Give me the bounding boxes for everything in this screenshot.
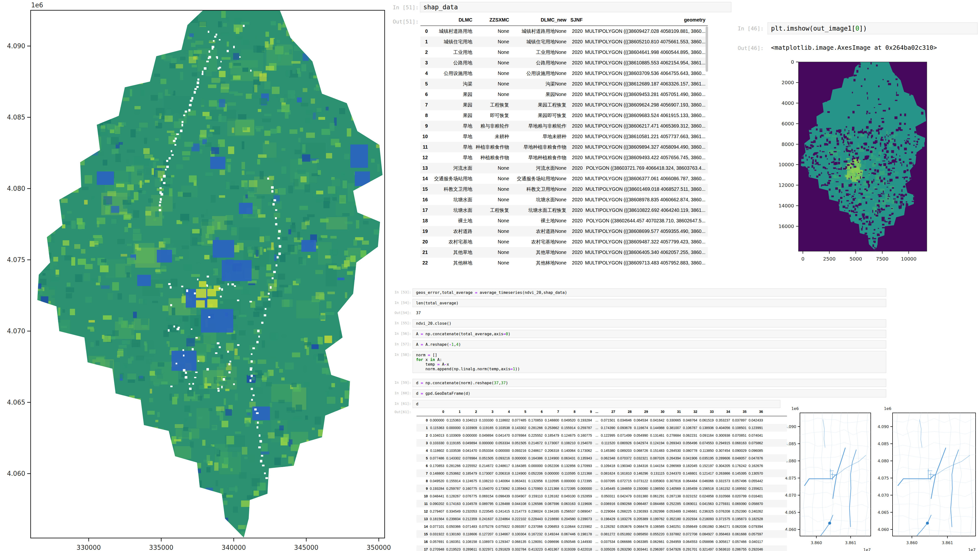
column-header: 32 [682, 408, 699, 416]
row-index: 0 [417, 416, 429, 424]
code-cell-imshow[interactable]: plt.imshow(out_image1[0]) [768, 22, 978, 34]
spacer [764, 462, 787, 470]
table-cell: 0.155621 [748, 484, 764, 492]
table-cell: 0.058870 [748, 500, 764, 507]
code-cell-input[interactable]: geos_error,total_average = average_times… [412, 289, 886, 297]
table-cell: 0.036916 [600, 500, 617, 507]
table-cell: ... [593, 500, 600, 507]
code-text[interactable]: norm = []for x in A: temp = A-x norm.app… [413, 351, 886, 371]
table-cell: 0.169592 [732, 484, 748, 492]
table-cell: 0.124675 [462, 477, 479, 484]
table-cell: MULTIPOLYGON (((38609713.483 4057952.883… [585, 257, 708, 268]
code-text[interactable]: geos_error,total_average = average_times… [413, 289, 886, 295]
table-row: 1城镇住宅用地None城镇住宅用地None2020MULTIPOLYGON ((… [420, 37, 708, 47]
table-cell: 0.080778 [682, 447, 699, 454]
table-cell: 0.182528 [748, 515, 764, 522]
table-cell: 0.062661 [649, 538, 666, 545]
table-cell: None [475, 226, 512, 237]
table-cell: 0.132856 [528, 477, 544, 484]
row-index: 9 [417, 484, 429, 492]
table-cell: 0.148800 [429, 470, 445, 477]
code-text[interactable]: ndvi_20.close() [413, 319, 886, 326]
table-cell: 0.206853 [544, 522, 560, 530]
code-text[interactable]: plt.imshow(out_image1[0]) [768, 23, 977, 34]
table-cell: 0.123991 [748, 424, 764, 432]
table-cell: 0.289611 [462, 545, 479, 551]
table-cell: 交通服务场站用地 [430, 173, 475, 184]
table-cell: 0.182045 [682, 462, 699, 470]
table-cell: 0.322971 [479, 545, 495, 551]
table-cell: MULTIPOLYGON (((38608699.577 4059355.490… [585, 226, 708, 237]
spacer [764, 439, 787, 447]
table-cell: 0.205389 [633, 515, 649, 522]
code-cell-input[interactable]: norm = []for x in A: temp = A-x norm.app… [412, 351, 886, 373]
table-cell: 0.089047 [577, 507, 593, 515]
table-cell: 农村道路None [512, 226, 569, 237]
table-cell: 0.110644 [560, 522, 577, 530]
table-cell: 0.286755 [732, 545, 748, 551]
table-cell: 0.296397 [649, 545, 666, 551]
table-cell: 0.229084 [600, 507, 617, 515]
code-cell-input[interactable]: d = np.concatenate(norm).reshape(37,37) [412, 379, 886, 387]
code-text[interactable]: d = np.concatenate(norm).reshape(37,37) [413, 379, 886, 385]
table-cell: 0.239834 [445, 515, 462, 522]
table-row: 140.0771010.0503660.0714830.0752780.0759… [417, 522, 787, 530]
table-cell: 0.057597 [748, 530, 764, 538]
table-cell: 0.064484 [682, 477, 699, 484]
code-cell-input[interactable]: A = np.concatenate(total_average,axis=0) [412, 330, 886, 338]
code-cell-shap-data[interactable]: shap_data [420, 2, 731, 12]
table-cell: ... [593, 416, 600, 424]
table-cell: 0.020799 [732, 492, 748, 500]
column-header: 34 [715, 408, 732, 416]
table-row: 70.1488000.2536620.1854790.1730070.20631… [417, 470, 787, 477]
code-text[interactable]: len(total_average) [413, 299, 886, 305]
table-cell: 2020 [569, 173, 585, 184]
row-index: 20 [420, 237, 430, 247]
table-cell: 0.563610 [715, 545, 732, 551]
table-cell: 0.000000 [479, 439, 495, 447]
shap-data-table: DLMCZZSXMCDLMC_newSJNFgeometry 0城镇村道路用地N… [420, 14, 708, 268]
table-cell: 0.073122 [633, 477, 649, 484]
table-scrollbar[interactable] [706, 27, 708, 72]
table-cell: 2020 [569, 37, 585, 47]
table-cell: 0.148801 [682, 470, 699, 477]
table-cell: 0.035903 [649, 477, 666, 484]
table-cell: 0.131461 [649, 432, 666, 439]
table-cell: 0.174390 [600, 424, 617, 432]
code-cell-input[interactable]: ndvi_20.close() [412, 319, 886, 327]
code-cell-input[interactable]: len(total_average) [412, 299, 886, 307]
table-cell: 坑塘水面 [430, 205, 475, 216]
spacer [764, 507, 787, 515]
table-cell: 0.340251 [666, 522, 682, 530]
code-text[interactable]: shap_data [420, 2, 731, 12]
code-cell-input[interactable]: d = gpd.GeoDataFrame(d) [412, 389, 886, 397]
row-index: 4 [417, 447, 429, 454]
table-cell: 0.055442 [748, 477, 764, 484]
table-cell: 0.259787 [445, 484, 462, 492]
code-text[interactable]: A = A.reshape(-1,4) [413, 341, 886, 347]
table-cell: 0.068478 [633, 522, 649, 530]
code-text[interactable]: d [413, 400, 780, 406]
cell-prompt: In [55]: [365, 321, 411, 325]
table-cell: 0.042433 [748, 416, 764, 424]
table-cell: 0.145445 [600, 484, 617, 492]
table-cell: MULTIPOLYGON (((38609683.524 4061915.133… [585, 110, 708, 121]
table-cell: 0.278684 [666, 432, 682, 439]
table-cell: 0.131115 [649, 470, 666, 477]
table-cell: 0.093678 [617, 424, 633, 432]
table-cell: 未耕种 [475, 131, 512, 142]
row-index: 5 [420, 79, 430, 89]
table-cell: 0.034907 [511, 492, 528, 500]
row-index: 18 [420, 216, 430, 226]
code-text[interactable]: d = gpd.GeoDataFrame(d) [413, 390, 886, 396]
table-row: 17坑塘水面工程恢复坑塘水面工程恢复2020MULTIPOLYGON (((38… [420, 205, 708, 216]
code-cell-input[interactable]: d [412, 400, 780, 408]
table-cell: 沟渠 [430, 79, 475, 89]
table-cell: 0.172395 [577, 477, 593, 484]
table-cell: 0.214672 [479, 462, 495, 470]
table-cell: 0.061291 [649, 492, 666, 500]
code-cell-input[interactable]: A = A.reshape(-1,4) [412, 340, 886, 348]
table-cell: 0.183276 [617, 515, 633, 522]
row-index: 2 [417, 432, 429, 439]
code-text[interactable]: A = np.concatenate(total_average,axis=0) [413, 330, 886, 336]
